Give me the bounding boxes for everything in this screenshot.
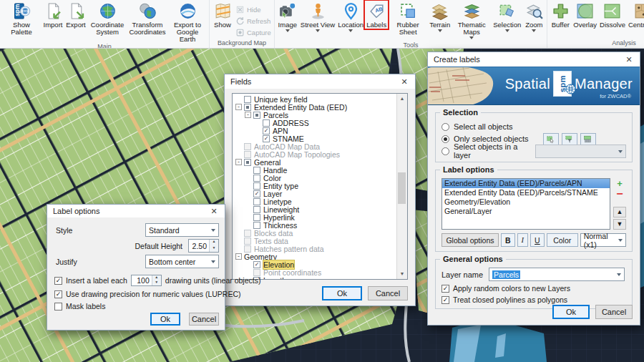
- tree-checkbox[interactable]: [253, 261, 260, 268]
- tree-item-extended-entity-data-eed[interactable]: -Extended Entity Data (EED): [234, 103, 396, 111]
- tree-item-apn[interactable]: APN: [234, 127, 396, 134]
- label-field-item[interactable]: General/Layer: [442, 207, 610, 216]
- tree-checkbox[interactable]: [244, 96, 251, 103]
- label-field-item[interactable]: Geometry/Elevation: [442, 197, 610, 207]
- label-options-titlebar[interactable]: Label options ✕: [47, 205, 225, 217]
- tree-item-unique-key-field[interactable]: Unique key field: [234, 95, 396, 103]
- move-up-icon[interactable]: ▲: [613, 207, 626, 217]
- fields-dialog-titlebar[interactable]: Fields ✕: [225, 74, 415, 89]
- ribbon-button-image[interactable]: Image: [276, 1, 299, 34]
- tree-expander-icon[interactable]: -: [245, 112, 251, 118]
- tree-checkbox[interactable]: [253, 190, 260, 197]
- label-field-item[interactable]: Extended Entity Data (EED)/Parcels/STNAM…: [442, 188, 610, 197]
- tree-scrollbar[interactable]: ▲ ▼: [396, 94, 407, 279]
- tree-checkbox[interactable]: [253, 269, 260, 276]
- tree-checkbox[interactable]: [244, 230, 251, 237]
- tree-expander-icon[interactable]: -: [235, 159, 242, 165]
- tree-checkbox[interactable]: [263, 135, 270, 142]
- tree-item-geometry[interactable]: -Geometry: [234, 253, 396, 260]
- tree-checkbox[interactable]: [253, 214, 260, 221]
- tree-item-autocad-map-topologies[interactable]: AutoCAD Map Topologies: [234, 150, 396, 158]
- label-fields-list[interactable]: Extended Entity Data (EED)/Parcels/APNEx…: [441, 178, 610, 230]
- tree-item-elevation[interactable]: Elevation: [234, 260, 396, 268]
- tree-checkbox[interactable]: [244, 238, 251, 245]
- color-button[interactable]: Color: [547, 233, 578, 247]
- remove-label-icon[interactable]: −: [614, 188, 625, 198]
- tree-item-color[interactable]: Color: [234, 174, 396, 182]
- layer-name-select[interactable]: Parcels: [489, 268, 625, 281]
- ribbon-button-rubber-sheet[interactable]: Rubber Sheet: [388, 1, 428, 36]
- label-field-item[interactable]: Extended Entity Data (EED)/Parcels/APN: [442, 179, 610, 188]
- tree-item-layer[interactable]: Layer: [234, 190, 396, 197]
- tree-checkbox[interactable]: [244, 245, 251, 253]
- tree-item-parcels[interactable]: -Parcels: [234, 111, 396, 119]
- underline-button[interactable]: U: [530, 233, 545, 247]
- move-down-icon[interactable]: ▼: [613, 219, 626, 230]
- cancel-button[interactable]: Cancel: [368, 286, 408, 300]
- style-select[interactable]: Standard: [145, 223, 219, 237]
- justify-select[interactable]: Bottom center: [145, 255, 219, 268]
- tree-item-general[interactable]: -General: [234, 158, 396, 166]
- step-down-icon[interactable]: ▼: [152, 280, 161, 285]
- tree-checkbox[interactable]: [244, 104, 251, 111]
- tree-checkbox[interactable]: [253, 182, 260, 190]
- default-height-stepper[interactable]: 2.50 ▲▼: [188, 239, 219, 253]
- tree-item-linetype[interactable]: Linetype: [234, 197, 396, 205]
- tree-checkbox[interactable]: [253, 112, 260, 119]
- ribbon-button-coordinate-system[interactable]: Coordinate System: [87, 1, 127, 36]
- ribbon-button-dissolve[interactable]: Dissolve: [598, 1, 627, 29]
- luprec-checkbox[interactable]: [54, 290, 62, 298]
- tree-checkbox[interactable]: [263, 127, 270, 134]
- tree-item-address[interactable]: ADDRESS: [234, 119, 396, 127]
- tree-checkbox[interactable]: [253, 222, 260, 229]
- ribbon-button-thematic-maps[interactable]: Thematic Maps: [452, 1, 492, 41]
- ok-button[interactable]: Ok: [322, 286, 362, 300]
- scroll-up-icon[interactable]: ▲: [397, 94, 407, 104]
- cancel-button[interactable]: Cancel: [189, 313, 219, 326]
- ribbon-button-selection[interactable]: Selection: [492, 1, 522, 34]
- tree-checkbox[interactable]: [253, 206, 260, 213]
- tree-item-hyperlink[interactable]: Hyperlink: [234, 213, 396, 221]
- tree-checkbox[interactable]: [244, 143, 251, 150]
- tree-item-hatches-pattern-data[interactable]: Hatches pattern data: [234, 245, 396, 253]
- tree-item-texts-data[interactable]: Texts data: [234, 237, 396, 245]
- scroll-thumb[interactable]: [398, 172, 406, 204]
- tree-item-blocks-data[interactable]: Blocks data: [234, 229, 396, 237]
- ribbon-button-location[interactable]: Location: [336, 1, 365, 34]
- tree-checkbox[interactable]: [244, 159, 251, 166]
- ribbon-button-centroids[interactable]: Centroids: [627, 1, 644, 29]
- tree-item-lineweight[interactable]: Lineweight: [234, 205, 396, 213]
- closed-polylines-checkbox[interactable]: [441, 296, 449, 304]
- ribbon-button-transform-coordinates[interactable]: Transform Coordinates: [127, 1, 167, 36]
- ribbon-button-buffer[interactable]: Buffer: [549, 1, 572, 29]
- tree-checkbox[interactable]: [253, 175, 260, 182]
- tree-checkbox[interactable]: [244, 151, 251, 158]
- ok-button[interactable]: Ok: [552, 305, 590, 319]
- bold-button[interactable]: B: [501, 233, 515, 247]
- ribbon-button-overlay[interactable]: Overlay: [572, 1, 598, 29]
- tree-checkbox[interactable]: [253, 167, 260, 174]
- tree-expander-icon[interactable]: -: [235, 104, 242, 110]
- select-all-objects-radio[interactable]: [441, 123, 449, 131]
- cancel-button[interactable]: Cancel: [595, 305, 633, 319]
- create-labels-titlebar[interactable]: Create labels ✕: [428, 52, 640, 67]
- tree-checkbox[interactable]: [263, 119, 270, 127]
- step-down-icon[interactable]: ▼: [210, 246, 218, 253]
- ribbon-button-street-view[interactable]: Street View: [299, 1, 336, 34]
- ok-button[interactable]: Ok: [150, 313, 180, 326]
- insert-label-checkbox[interactable]: [54, 277, 62, 285]
- tree-item-thickness[interactable]: Thickness: [234, 221, 396, 229]
- scroll-down-icon[interactable]: ▼: [397, 269, 407, 279]
- text-size-select[interactable]: Normal (x1): [580, 233, 626, 247]
- select-objects-in-layer-radio[interactable]: [441, 147, 449, 155]
- only-selected-objects-radio[interactable]: [441, 135, 449, 143]
- tree-item-autocad-map-data[interactable]: AutoCAD Map Data: [234, 142, 396, 150]
- ribbon-button-export-to-google-earth[interactable]: Export to Google Earth: [167, 1, 208, 43]
- ribbon-button-zoom[interactable]: Zoom: [522, 1, 545, 34]
- add-label-icon[interactable]: +: [614, 178, 625, 188]
- ribbon-button-show-palette[interactable]: spmShow Palette: [1, 1, 42, 36]
- ribbon-button-terrain[interactable]: Terrain: [428, 1, 452, 34]
- global-options-button[interactable]: Global options: [441, 233, 499, 247]
- tree-item-stname[interactable]: STNAME: [234, 134, 396, 142]
- select-cursor-button[interactable]: [543, 133, 559, 145]
